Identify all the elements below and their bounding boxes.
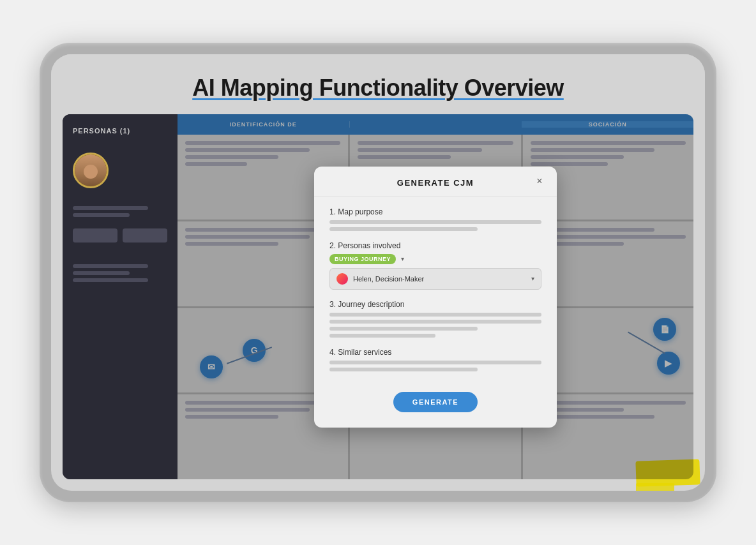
form-bars-3 <box>329 313 541 338</box>
generate-button[interactable]: GENERATE <box>393 392 478 412</box>
form-bar <box>329 327 478 331</box>
sidebar-bar <box>73 278 148 282</box>
device-screen: AI Mapping Functionality Overview PERSON… <box>51 54 705 491</box>
modal-overlay: GENERATE CJM × 1. Map purpose <box>178 114 693 479</box>
form-bar <box>329 220 541 224</box>
form-bar <box>329 368 478 371</box>
sidebar-header: PERSONAS (1) <box>73 127 167 135</box>
avatar <box>73 153 109 188</box>
sidebar-bar <box>73 213 130 217</box>
main-content: IDENTIFICACIÓN DE SOCIACIÓN <box>178 114 693 479</box>
form-bars-1 <box>329 220 541 231</box>
sidebar-bar <box>73 264 148 268</box>
sidebar-bars <box>73 206 167 217</box>
yellow-bar-2 <box>636 483 674 491</box>
modal-body: 1. Map purpose <box>314 207 557 412</box>
section-3-label: 3. Journey description <box>329 300 541 309</box>
form-bars-4 <box>329 361 541 371</box>
form-bar <box>329 361 541 364</box>
sidebar-btn-2[interactable] <box>123 228 167 243</box>
persona-avatar-icon <box>336 273 348 285</box>
form-bar <box>329 320 541 324</box>
modal-title: GENERATE CJM <box>397 178 474 188</box>
form-section-map-purpose: 1. Map purpose <box>329 207 541 231</box>
tag-chevron-icon: ▾ <box>401 255 404 262</box>
section-1-label: 1. Map purpose <box>329 207 541 216</box>
persona-select-dropdown[interactable]: Helen, Decision-Maker ▾ <box>329 268 541 290</box>
app-container: PERSONAS (1) <box>63 114 693 479</box>
modal-header: GENERATE CJM × <box>314 167 557 197</box>
section-4-label: 4. Similar services <box>329 348 541 357</box>
form-bar <box>329 227 478 231</box>
sidebar-extra-bars <box>73 264 167 282</box>
form-bar <box>329 313 541 317</box>
tag-row: BUYING JOURNEY ▾ <box>329 254 541 264</box>
form-section-personas: 2. Personas involved BUYING JOURNEY ▾ He… <box>329 241 541 290</box>
generate-cjm-modal: GENERATE CJM × 1. Map purpose <box>314 167 557 428</box>
form-bar <box>329 334 435 338</box>
sidebar-bar <box>73 206 148 210</box>
persona-name-label: Helen, Decision-Maker <box>353 275 526 283</box>
page-title-area: AI Mapping Functionality Overview <box>51 54 705 114</box>
page-title: AI Mapping Functionality Overview <box>77 75 679 101</box>
persona-chevron-icon: ▾ <box>531 275 534 282</box>
form-section-similar-services: 4. Similar services <box>329 348 541 371</box>
form-section-journey-description: 3. Journey description <box>329 300 541 338</box>
modal-close-button[interactable]: × <box>533 174 547 188</box>
avatar-face <box>75 154 107 186</box>
sidebar-btn-1[interactable] <box>73 228 117 243</box>
sidebar-buttons <box>73 228 167 243</box>
sidebar: PERSONAS (1) <box>63 114 178 479</box>
sidebar-bar <box>73 271 130 275</box>
device-frame: AI Mapping Functionality Overview PERSON… <box>40 43 716 502</box>
buying-journey-tag[interactable]: BUYING JOURNEY <box>329 254 396 264</box>
section-2-label: 2. Personas involved <box>329 241 541 250</box>
